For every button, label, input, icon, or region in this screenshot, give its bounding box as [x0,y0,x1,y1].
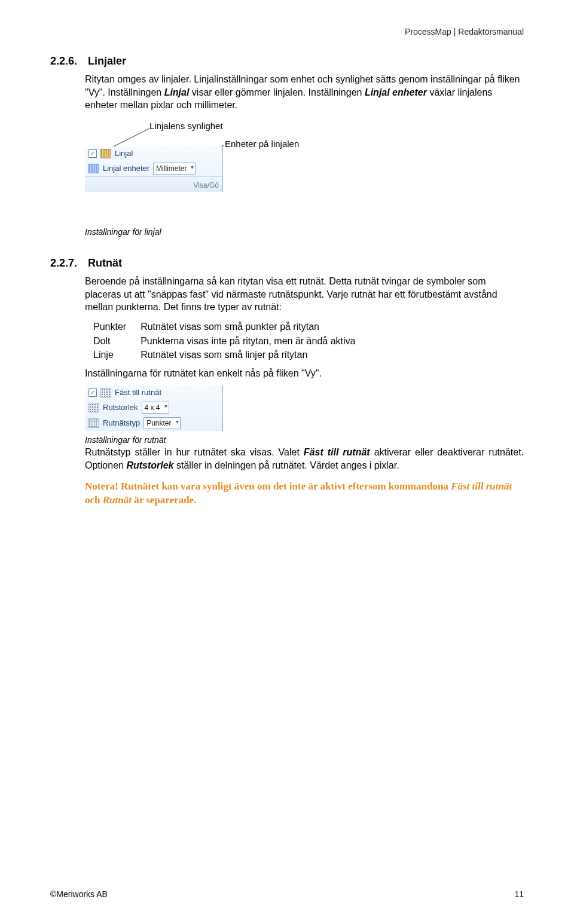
term-rutstorlek: Rutstorlek [126,460,173,470]
linjal-row-units[interactable]: Linjal enheter Millimeter [85,161,222,176]
cell-key: Punkter [93,320,141,334]
label-linjal: Linjal [115,148,133,159]
figure-rutnat-panel: ✓ Fäst till rutnät Rutstorlek 4 x 4 Rutn… [85,385,524,431]
text: Rutnätstyp ställer in hur rutnätet ska v… [85,447,304,457]
grid-type-icon [88,418,99,428]
cell-key: Linje [93,348,141,362]
cell-key: Dolt [93,334,141,348]
section-number: 2.2.7. [50,256,85,270]
figure-linjal-panel: Linjalens synlighet Enheter på linjalen … [85,120,524,222]
label-type: Rutnätstyp [103,418,140,429]
rutnat-row-size[interactable]: Rutstorlek 4 x 4 [85,400,222,415]
figcaption-rutnat: Inställningar för rutnät [85,435,524,446]
section-number: 2.2.6. [50,54,85,68]
term-linjal-enheter: Linjal enheter [365,87,427,97]
para-rutnat-access: Inställningarna för rutnätet kan enkelt … [85,367,524,380]
text: Rutnätet kan vara synligt även om det in… [121,481,451,492]
rutnat-row-snap[interactable]: ✓ Fäst till rutnät [85,385,222,400]
grid-size-icon [88,403,99,412]
note-rutnat: Notera! Rutnätet kan vara synligt även o… [85,480,524,507]
section-title: Rutnät [88,256,122,270]
figcaption-linjal: Inställningar för linjal [85,227,524,238]
ruler-icon [100,149,111,158]
text: är separerade. [134,494,196,506]
section-title: Linjaler [88,54,126,68]
page-header: ProcessMap | Redaktörsmanual [405,26,524,38]
table-row: Punkter Rutnätet visas som små punkter p… [93,320,370,334]
rutnat-row-type[interactable]: Rutnätstyp Punkter [85,415,222,431]
text: ställer in delningen på rutnätet. Värdet… [176,460,399,470]
term-linjal: Linjal [164,87,190,97]
cell-val: Rutnätet visas som små punkter på rityta… [141,320,370,334]
label-linjal-enheter: Linjal enheter [103,163,149,174]
table-row: Dolt Punkterna visas inte på ritytan, me… [93,334,370,348]
page-footer: ©Meriworks AB 11 [50,889,524,900]
para-rutnat-options: Rutnätstyp ställer in hur rutnätet ska v… [85,446,524,472]
label-snap: Fäst till rutnät [115,387,161,398]
section-heading-rutnat: 2.2.7. Rutnät [50,256,524,270]
note-keyword: Notera! [85,481,118,492]
para-rutnat-intro: Beroende på inställningarna så kan rityt… [85,275,524,314]
linjal-row-visibility[interactable]: ✓ Linjal [85,146,222,161]
dropdown-size[interactable]: 4 x 4 [142,402,169,414]
ruler-units-icon [88,164,99,173]
linjal-settings-panel: ✓ Linjal Linjal enheter Millimeter Visa/… [85,146,223,192]
para-linjaler-intro: Ritytan omges av linjaler. Linjalinställ… [85,73,524,112]
cell-val: Punkterna visas inte på ritytan, men är … [141,334,370,348]
grid-snap-icon [100,388,111,397]
rutnat-type-table: Punkter Rutnätet visas som små punkter p… [93,320,370,362]
term-rutnat: Rutnät [103,494,132,506]
term-fast-till-rutnat: Fäst till rutnät [451,481,512,492]
dropdown-units[interactable]: Millimeter [153,163,196,175]
cell-val: Rutnätet visas som små linjer på ritytan [141,348,370,362]
checkbox-checked-icon[interactable]: ✓ [88,388,97,397]
label-size: Rutstorlek [103,402,138,413]
panel-footer: Visa/Gö [85,176,222,192]
checkbox-checked-icon[interactable]: ✓ [88,149,97,158]
footer-copyright: ©Meriworks AB [50,889,108,900]
table-row: Linje Rutnätet visas som små linjer på r… [93,348,370,362]
text: visar eller gömmer linjalen. Inställning… [192,87,365,97]
term-fast-till-rutnat: Fäst till rutnät [304,447,370,457]
section-heading-linjaler: 2.2.6. Linjaler [50,54,524,68]
dropdown-type[interactable]: Punkter [144,417,180,429]
footer-page-number: 11 [514,889,524,900]
text: och [85,494,103,506]
